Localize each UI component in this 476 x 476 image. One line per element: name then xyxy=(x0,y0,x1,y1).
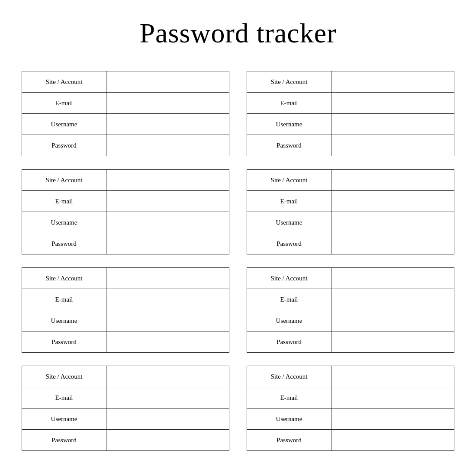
card-6-value-1[interactable] xyxy=(331,268,454,289)
card-4-row-2: E-mail xyxy=(247,191,454,212)
card-3-label-3: Username xyxy=(22,212,106,233)
card-3-row-1: Site / Account xyxy=(22,170,229,191)
tracker-card-7: Site / AccountE-mailUsernamePassword xyxy=(22,366,229,451)
card-4-value-3[interactable] xyxy=(331,212,454,233)
card-6-row-3: Username xyxy=(247,310,454,331)
card-1-value-2[interactable] xyxy=(106,93,229,113)
card-3-value-4[interactable] xyxy=(106,233,229,254)
card-3-label-4: Password xyxy=(22,233,106,254)
card-7-value-2[interactable] xyxy=(106,387,229,408)
card-5-value-4[interactable] xyxy=(106,331,229,352)
card-8-label-1: Site / Account xyxy=(247,366,331,387)
card-6-label-1: Site / Account xyxy=(247,268,331,289)
card-5-label-3: Username xyxy=(22,310,106,331)
card-5-row-2: E-mail xyxy=(22,289,229,310)
tracker-card-2: Site / AccountE-mailUsernamePassword xyxy=(247,71,454,156)
card-8-value-3[interactable] xyxy=(331,408,454,429)
card-8-row-3: Username xyxy=(247,408,454,430)
card-6-value-2[interactable] xyxy=(331,289,454,310)
card-6-value-3[interactable] xyxy=(331,310,454,331)
cards-grid: Site / AccountE-mailUsernamePasswordSite… xyxy=(22,71,454,451)
tracker-card-1: Site / AccountE-mailUsernamePassword xyxy=(22,71,229,156)
card-8-row-1: Site / Account xyxy=(247,366,454,387)
card-5-row-3: Username xyxy=(22,310,229,331)
card-2-label-4: Password xyxy=(247,135,331,156)
card-2-row-1: Site / Account xyxy=(247,71,454,93)
card-1-value-3[interactable] xyxy=(106,114,229,135)
card-8-value-1[interactable] xyxy=(331,366,454,387)
card-8-row-2: E-mail xyxy=(247,387,454,408)
card-7-row-2: E-mail xyxy=(22,387,229,408)
card-1-value-4[interactable] xyxy=(106,135,229,156)
card-8-value-4[interactable] xyxy=(331,430,454,450)
card-7-label-4: Password xyxy=(22,430,106,450)
tracker-card-8: Site / AccountE-mailUsernamePassword xyxy=(247,366,454,451)
card-1-row-2: E-mail xyxy=(22,93,229,114)
card-2-row-3: Username xyxy=(247,114,454,135)
card-3-row-4: Password xyxy=(22,233,229,254)
page-title: Password tracker xyxy=(140,17,337,49)
card-2-row-2: E-mail xyxy=(247,93,454,114)
card-7-row-3: Username xyxy=(22,408,229,430)
tracker-card-4: Site / AccountE-mailUsernamePassword xyxy=(247,169,454,254)
card-1-value-1[interactable] xyxy=(106,71,229,92)
card-5-value-1[interactable] xyxy=(106,268,229,289)
card-5-value-3[interactable] xyxy=(106,310,229,331)
card-4-value-1[interactable] xyxy=(331,170,454,190)
tracker-card-3: Site / AccountE-mailUsernamePassword xyxy=(22,169,229,254)
card-4-label-1: Site / Account xyxy=(247,170,331,190)
card-2-value-3[interactable] xyxy=(331,114,454,135)
card-2-label-3: Username xyxy=(247,114,331,135)
card-8-label-4: Password xyxy=(247,430,331,450)
card-7-label-2: E-mail xyxy=(22,387,106,408)
tracker-card-6: Site / AccountE-mailUsernamePassword xyxy=(247,267,454,353)
card-3-row-3: Username xyxy=(22,212,229,233)
card-6-label-4: Password xyxy=(247,331,331,352)
card-5-row-4: Password xyxy=(22,331,229,352)
card-5-label-4: Password xyxy=(22,331,106,352)
card-3-value-2[interactable] xyxy=(106,191,229,212)
card-4-row-4: Password xyxy=(247,233,454,254)
card-7-row-1: Site / Account xyxy=(22,366,229,387)
card-8-label-2: E-mail xyxy=(247,387,331,408)
card-5-value-2[interactable] xyxy=(106,289,229,310)
card-1-row-4: Password xyxy=(22,135,229,156)
card-2-label-2: E-mail xyxy=(247,93,331,113)
card-2-row-4: Password xyxy=(247,135,454,156)
card-6-label-3: Username xyxy=(247,310,331,331)
card-8-label-3: Username xyxy=(247,408,331,429)
card-1-label-1: Site / Account xyxy=(22,71,106,92)
card-1-label-3: Username xyxy=(22,114,106,135)
card-4-row-1: Site / Account xyxy=(247,170,454,191)
card-2-value-4[interactable] xyxy=(331,135,454,156)
card-3-label-2: E-mail xyxy=(22,191,106,212)
card-7-label-1: Site / Account xyxy=(22,366,106,387)
card-8-row-4: Password xyxy=(247,430,454,450)
card-2-label-1: Site / Account xyxy=(247,71,331,92)
card-2-value-1[interactable] xyxy=(331,71,454,92)
card-6-row-2: E-mail xyxy=(247,289,454,310)
card-1-row-1: Site / Account xyxy=(22,71,229,93)
card-1-label-2: E-mail xyxy=(22,93,106,113)
card-7-value-3[interactable] xyxy=(106,408,229,429)
card-7-value-1[interactable] xyxy=(106,366,229,387)
card-7-row-4: Password xyxy=(22,430,229,450)
card-8-value-2[interactable] xyxy=(331,387,454,408)
card-7-value-4[interactable] xyxy=(106,430,229,450)
card-5-row-1: Site / Account xyxy=(22,268,229,289)
card-4-row-3: Username xyxy=(247,212,454,233)
card-3-value-1[interactable] xyxy=(106,170,229,190)
card-4-value-4[interactable] xyxy=(331,233,454,254)
card-4-label-3: Username xyxy=(247,212,331,233)
card-5-label-1: Site / Account xyxy=(22,268,106,289)
card-4-label-4: Password xyxy=(247,233,331,254)
card-3-label-1: Site / Account xyxy=(22,170,106,190)
card-2-value-2[interactable] xyxy=(331,93,454,113)
card-4-value-2[interactable] xyxy=(331,191,454,212)
card-6-value-4[interactable] xyxy=(331,331,454,352)
card-3-row-2: E-mail xyxy=(22,191,229,212)
card-6-label-2: E-mail xyxy=(247,289,331,310)
card-5-label-2: E-mail xyxy=(22,289,106,310)
card-3-value-3[interactable] xyxy=(106,212,229,233)
card-6-row-1: Site / Account xyxy=(247,268,454,289)
